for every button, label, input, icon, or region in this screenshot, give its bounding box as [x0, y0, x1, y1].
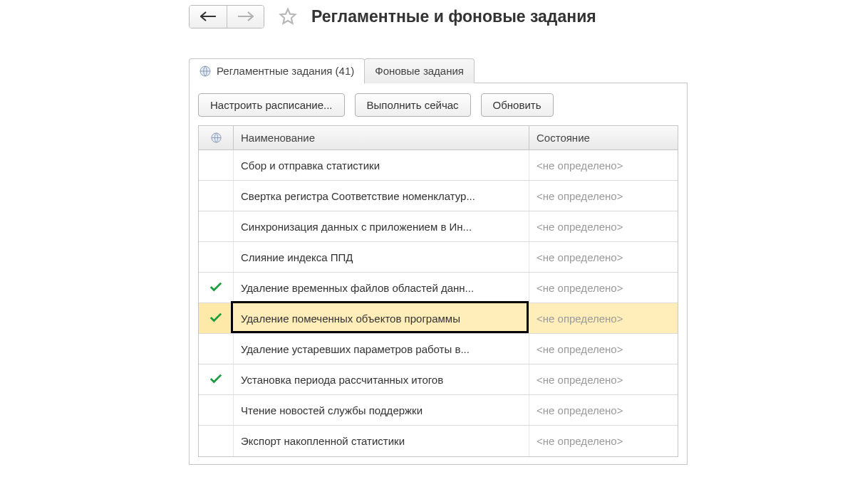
table-row[interactable]: Удаление временных файлов областей данн.… [199, 273, 678, 303]
row-status-cell [199, 426, 233, 456]
row-state-cell: <не определено> [529, 211, 678, 241]
row-name-cell: Свертка регистра Соответствие номенклату… [233, 181, 529, 211]
row-name-cell: Удаление временных файлов областей данн.… [233, 273, 529, 303]
favorite-button[interactable] [277, 6, 299, 27]
row-state-cell: <не определено> [529, 273, 678, 303]
row-status-cell [199, 211, 233, 241]
row-name-cell: Установка периода рассчитанных итогов [233, 364, 529, 394]
table-header: Наименование Состояние [199, 126, 678, 150]
row-status-cell [199, 273, 233, 303]
refresh-button[interactable]: Обновить [481, 93, 554, 117]
arrow-right-icon [238, 11, 254, 21]
check-icon [209, 373, 222, 387]
tab-label: Фоновые задания [375, 65, 464, 77]
row-name-cell: Синхронизация данных с приложением в Ин.… [233, 211, 529, 241]
row-name-cell: Удаление устаревших параметров работы в.… [233, 334, 529, 364]
row-name-cell: Чтение новостей службы поддержки [233, 395, 529, 425]
check-icon [209, 312, 222, 325]
table-row[interactable]: Чтение новостей службы поддержки<не опре… [199, 395, 678, 426]
nav-buttons [189, 5, 264, 28]
row-status-cell [199, 303, 233, 333]
arrow-left-icon [200, 11, 216, 21]
tab-label: Регламентные задания (41) [217, 65, 354, 77]
row-status-cell [199, 181, 233, 211]
row-state-cell: <не определено> [529, 181, 678, 211]
table-body: Сбор и отправка статистики<не определено… [199, 150, 678, 456]
table-row[interactable]: Установка периода рассчитанных итогов<не… [199, 364, 678, 395]
row-name-cell: Удаление помеченных объектов программы [233, 303, 529, 333]
row-state-cell: <не определено> [529, 150, 678, 180]
tab-scheduled-jobs[interactable]: Регламентные задания (41) [189, 58, 365, 84]
table-row[interactable]: Сбор и отправка статистики<не определено… [199, 150, 678, 181]
row-status-cell [199, 242, 233, 272]
row-state-cell: <не определено> [529, 364, 678, 394]
tab-background-jobs[interactable]: Фоновые задания [364, 58, 475, 83]
row-state-cell: <не определено> [529, 395, 678, 425]
row-state-cell: <не определено> [529, 303, 678, 333]
forward-button[interactable] [227, 6, 264, 28]
globe-icon [211, 132, 222, 143]
row-status-cell [199, 364, 233, 394]
page-title: Регламентные и фоновые задания [311, 7, 596, 26]
row-name-cell: Слияние индекса ППД [233, 242, 529, 272]
column-header-name[interactable]: Наименование [233, 126, 529, 149]
globe-icon [200, 65, 211, 77]
column-header-status[interactable] [199, 126, 233, 149]
table-row[interactable]: Экспорт накопленной статистики<не опреде… [199, 426, 678, 456]
jobs-table: Наименование Состояние Сбор и отправка с… [198, 125, 678, 457]
row-state-cell: <не определено> [529, 334, 678, 364]
row-name-cell: Сбор и отправка статистики [233, 150, 529, 180]
check-icon [209, 281, 222, 295]
row-status-cell [199, 150, 233, 180]
run-now-button[interactable]: Выполнить сейчас [355, 93, 471, 117]
table-row[interactable]: Удаление помеченных объектов программы<н… [199, 303, 678, 334]
table-row[interactable]: Удаление устаревших параметров работы в.… [199, 334, 678, 364]
main-panel: Регламентные и фоновые задания Регламент… [189, 1, 688, 493]
column-header-state[interactable]: Состояние [529, 126, 678, 149]
row-state-cell: <не определено> [529, 242, 678, 272]
table-row[interactable]: Синхронизация данных с приложением в Ин.… [199, 211, 678, 242]
row-name-cell: Экспорт накопленной статистики [233, 426, 529, 456]
row-status-cell [199, 334, 233, 364]
star-icon [279, 7, 297, 26]
row-state-cell: <не определено> [529, 426, 678, 456]
table-row[interactable]: Свертка регистра Соответствие номенклату… [199, 181, 678, 211]
configure-schedule-button[interactable]: Настроить расписание... [198, 93, 345, 117]
toolbar: Настроить расписание... Выполнить сейчас… [198, 93, 678, 117]
row-status-cell [199, 395, 233, 425]
table-row[interactable]: Слияние индекса ППД<не определено> [199, 242, 678, 273]
tabs: Регламентные задания (41) Фоновые задани… [189, 58, 688, 83]
tab-content: Настроить расписание... Выполнить сейчас… [189, 83, 688, 465]
back-button[interactable] [190, 6, 227, 28]
